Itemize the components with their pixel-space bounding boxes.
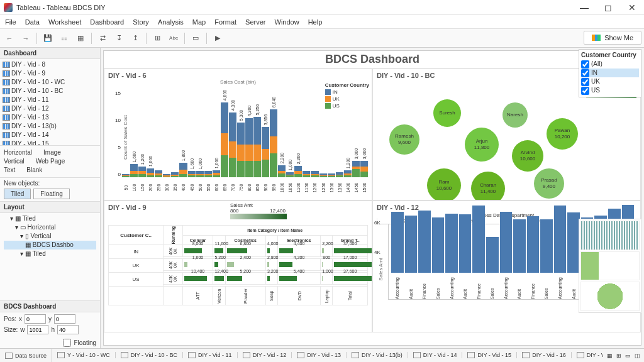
pos-y-input[interactable] xyxy=(54,314,75,324)
fit-button[interactable]: ▭ xyxy=(189,31,203,45)
sheet-tab[interactable]: DIY - Vid - 13(b) xyxy=(347,352,408,358)
obj-webpage[interactable]: Web Page xyxy=(36,157,65,166)
sheet-tab[interactable]: DIY - Vid - 17 xyxy=(572,352,603,358)
dashboard-canvas: Customer Country (All) IN UK US BDCS Das… xyxy=(101,48,644,348)
dashboard-objects: HorizontalImage VerticalWeb Page TextBla… xyxy=(0,146,100,178)
save-button[interactable]: 💾 xyxy=(41,31,55,45)
floating-checkbox[interactable] xyxy=(63,339,71,347)
swap-button[interactable]: ⇄ xyxy=(96,31,109,45)
maximize-button[interactable]: ◻ xyxy=(600,3,616,13)
menu-map[interactable]: Map xyxy=(192,18,206,26)
thumb-icon xyxy=(580,282,640,311)
new-sheet-button[interactable]: ▦ xyxy=(74,31,87,45)
dashboard-panel-header: Dashboard xyxy=(0,48,100,59)
menu-worksheet[interactable]: Worksheet xyxy=(48,18,81,26)
sheet-tab[interactable]: DIY - Vid - 10 - BC xyxy=(116,352,183,358)
new-worksheet-icon[interactable]: ▦ xyxy=(607,353,613,359)
dashboard-title: BDCS Dashboard xyxy=(104,51,641,69)
sheet-list: DIY - Vid - 8 DIY - Vid - 9 DIY - Vid - … xyxy=(0,59,100,146)
tree-item-selected[interactable]: ▦ BDCS Dashbo xyxy=(4,241,96,250)
menu-file[interactable]: File xyxy=(5,18,16,26)
obj-image[interactable]: Image xyxy=(43,148,61,157)
obj-text[interactable]: Text xyxy=(4,166,15,175)
toolbar: ← → 💾 ⚏ ▦ ⇄ ↧ ↥ ⊞ Abc ▭ ▶ Show Me xyxy=(0,29,644,48)
close-button[interactable]: ✕ xyxy=(624,3,640,13)
data-source-tab[interactable]: Data Source xyxy=(0,349,52,362)
thumbnail-preview xyxy=(579,219,641,313)
menu-data[interactable]: Data xyxy=(25,18,40,26)
abc-button[interactable]: Abc xyxy=(167,31,180,45)
filter-item-all[interactable]: (All) xyxy=(581,60,639,69)
thumb-icon xyxy=(580,251,640,281)
sales-amt-legend: Sales Amt 80012,400 xyxy=(230,202,287,219)
menubar: File Data Worksheet Dashboard Story Anal… xyxy=(0,15,644,29)
filter-customer-country: Customer Country (All) IN UK US xyxy=(579,49,641,97)
filter-item-uk[interactable]: UK xyxy=(581,77,639,86)
obj-blank[interactable]: Blank xyxy=(26,166,42,175)
filter-item-in[interactable]: IN xyxy=(581,69,639,77)
sheet-item[interactable]: DIY - Vid - 13 xyxy=(0,113,100,122)
floating-button[interactable]: Floating xyxy=(33,189,70,199)
sheet-item[interactable]: DIY - Vid - 11 xyxy=(0,96,100,104)
sheet-item[interactable]: DIY - Vid - 15 xyxy=(0,140,100,146)
obj-vertical[interactable]: Vertical xyxy=(4,157,25,166)
sheet-tab[interactable]: Y - Vid - 10 - WC xyxy=(52,352,116,358)
sheet-tab[interactable]: DIY - Vid - 13 xyxy=(292,352,347,358)
sheet-tab[interactable]: DIY - Vid - 11 xyxy=(183,352,238,358)
size-h-input[interactable] xyxy=(57,325,79,334)
presentation-button[interactable]: ▶ xyxy=(211,31,225,45)
show-me-button[interactable]: Show Me xyxy=(584,31,641,45)
sheet-tab[interactable]: DIY - Vid - 16 xyxy=(517,352,572,358)
sheet-item[interactable]: DIY - Vid - 8 xyxy=(0,60,100,69)
sheet-item[interactable]: DIY - Vid - 10 - BC xyxy=(0,87,100,96)
tree-item[interactable]: ▾ ▯ Vertical xyxy=(4,232,96,241)
menu-format[interactable]: Format xyxy=(214,18,236,26)
tiled-button[interactable]: Tiled xyxy=(4,189,31,199)
thumb-icon xyxy=(580,221,640,250)
forward-button[interactable]: → xyxy=(19,31,33,45)
menu-help[interactable]: Help xyxy=(308,18,323,26)
menu-window[interactable]: Window xyxy=(275,18,299,26)
menu-analysis[interactable]: Analysis xyxy=(158,18,184,26)
sheet-tab[interactable]: DIY - Vid - 14 xyxy=(408,352,463,358)
app-logo-icon xyxy=(4,3,13,12)
sheet-item[interactable]: DIY - Vid - 12 xyxy=(0,104,100,113)
tree-item[interactable]: ▾ ▭ Horizontal xyxy=(4,223,96,232)
titlebar: Tableau - Tableau BDCS DIY — ◻ ✕ xyxy=(0,0,644,15)
obj-horizontal[interactable]: Horizontal xyxy=(4,148,32,157)
group-button[interactable]: ⊞ xyxy=(150,31,164,45)
sort-asc-button[interactable]: ↧ xyxy=(112,31,126,45)
left-panel: Dashboard DIY - Vid - 8 DIY - Vid - 9 DI… xyxy=(0,48,101,348)
sheet-tabs: Data Source Y - Vid - 10 - WCDIY - Vid -… xyxy=(0,348,644,362)
data-source-icon xyxy=(5,353,13,359)
back-button[interactable]: ← xyxy=(3,31,16,45)
pos-x-input[interactable] xyxy=(25,314,46,324)
new-dashboard-icon[interactable]: ⊞ xyxy=(616,353,621,359)
dashboard: BDCS Dashboard DIY - Vid - 6 Sales Cost … xyxy=(103,50,641,346)
menu-story[interactable]: Story xyxy=(133,18,149,26)
tree-item[interactable]: ▾ ▦ Tiled xyxy=(4,214,96,223)
menu-server[interactable]: Server xyxy=(245,18,265,26)
new-data-button[interactable]: ⚏ xyxy=(57,31,71,45)
sheet-item[interactable]: DIY - Vid - 14 xyxy=(0,131,100,140)
filmstrip-icon[interactable]: ◫ xyxy=(635,353,640,359)
size-w-input[interactable] xyxy=(27,325,48,334)
layout-panel: Layout ▾ ▦ Tiled ▾ ▭ Horizontal ▾ ▯ Vert… xyxy=(0,201,100,300)
sheet-item[interactable]: DIY - Vid - 10 - WC xyxy=(0,78,100,87)
window-title: Tableau - Tableau BDCS DIY xyxy=(16,4,576,11)
tree-item[interactable]: ▾ ▦ Tiled xyxy=(4,250,96,258)
sort-desc-button[interactable]: ↥ xyxy=(128,31,142,45)
minimize-button[interactable]: — xyxy=(576,3,592,13)
sheet-tab[interactable]: DIY - Vid - 15 xyxy=(462,352,517,358)
sheet-tab[interactable]: DIY - Vid - 12 xyxy=(238,352,292,358)
new-story-icon[interactable]: ▭ xyxy=(625,353,631,359)
sheet-item[interactable]: DIY - Vid - 13(b) xyxy=(0,122,100,131)
viz-diy-vid-6[interactable]: DIY - Vid - 6 Sales Cost (bin) Count of … xyxy=(104,69,372,200)
show-me-icon xyxy=(592,35,601,41)
sheet-item[interactable]: DIY - Vid - 9 xyxy=(0,69,100,78)
item-properties: BDCS Dashboard Pos: x y Size: w h xyxy=(0,300,100,337)
menu-dashboard[interactable]: Dashboard xyxy=(90,18,124,26)
new-objects: New objects: Tiled Floating xyxy=(0,178,100,201)
viz-diy-vid-9[interactable]: DIY - Vid - 9 Sales Amt 80012,400 Custom… xyxy=(104,200,372,332)
filter-item-us[interactable]: US xyxy=(581,86,639,95)
